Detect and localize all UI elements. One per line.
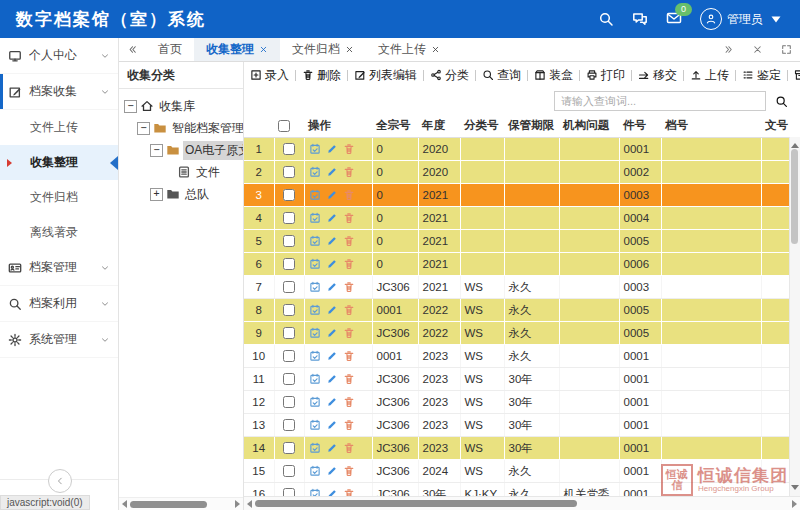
trash-icon[interactable] [343,488,355,496]
tree-node-智能档案管理系统[interactable]: −智能档案管理系统 [121,117,241,139]
pencil-icon[interactable] [326,419,338,431]
pencil-icon[interactable] [326,465,338,477]
pencil-icon[interactable] [326,143,338,155]
trash-icon[interactable] [343,143,355,155]
scroll-right-icon[interactable] [792,500,797,508]
trash-icon[interactable] [343,373,355,385]
scroll-left-icon[interactable] [247,500,252,508]
chat-icon[interactable] [632,11,648,27]
pencil-icon[interactable] [326,212,338,224]
pencil-icon[interactable] [326,350,338,362]
row-checkbox[interactable] [283,258,295,270]
trash-icon[interactable] [343,304,355,316]
calendar-check-icon[interactable] [309,350,321,362]
sidebar-item-系统管理[interactable]: 系统管理 [0,322,118,358]
toolbar-button-列表编辑[interactable]: 列表编辑 [354,67,417,84]
tree-node-OA电子原文在线归档[interactable]: −OA电子原文在线归档 [121,139,241,161]
sidebar-item-档案管理[interactable]: 档案管理 [0,250,118,286]
calendar-check-icon[interactable] [309,143,321,155]
tab-文件归档[interactable]: 文件归档 [280,38,366,61]
pencil-icon[interactable] [326,327,338,339]
close-icon[interactable] [431,45,440,54]
trash-icon[interactable] [343,442,355,454]
row-checkbox[interactable] [283,281,295,293]
sidebar-item-档案利用[interactable]: 档案利用 [0,286,118,322]
select-all-header[interactable] [274,114,304,138]
trash-icon[interactable] [343,350,355,362]
sidebar-subitem-文件上传[interactable]: 文件上传 [0,110,118,145]
maximize-button[interactable] [773,44,800,55]
calendar-check-icon[interactable] [309,258,321,270]
pencil-icon[interactable] [326,373,338,385]
toolbar-button-上传[interactable]: 上传 [690,67,729,84]
minus-toggle-icon[interactable]: − [137,122,150,135]
calendar-check-icon[interactable] [309,189,321,201]
trash-icon[interactable] [343,166,355,178]
tabs-scroll-left-button[interactable] [119,38,146,61]
scroll-up-icon[interactable] [791,143,799,148]
sidebar-collapse-button[interactable] [48,469,72,493]
tree-node-总队[interactable]: +总队 [121,183,241,205]
row-checkbox[interactable] [283,304,295,316]
toolbar-button-打印[interactable]: 打印 [586,67,625,84]
pencil-icon[interactable] [326,442,338,454]
search-input[interactable] [554,91,766,111]
sidebar-subitem-文件归档[interactable]: 文件归档 [0,180,118,215]
trash-icon[interactable] [343,212,355,224]
calendar-check-icon[interactable] [309,442,321,454]
row-checkbox[interactable] [283,442,295,454]
row-checkbox[interactable] [283,373,295,385]
close-icon[interactable] [345,45,354,54]
sidebar-subitem-收集整理[interactable]: 收集整理 [0,145,118,180]
pencil-icon[interactable] [326,235,338,247]
trash-icon[interactable] [343,396,355,408]
row-checkbox[interactable] [283,488,295,496]
scroll-right-icon[interactable] [235,500,240,508]
calendar-check-icon[interactable] [309,327,321,339]
tab-首页[interactable]: 首页 [146,38,194,61]
minus-toggle-icon[interactable]: − [150,144,163,157]
row-checkbox[interactable] [283,327,295,339]
trash-icon[interactable] [343,419,355,431]
mail-button[interactable]: 0 [666,10,682,29]
close-tab-button[interactable] [744,44,771,55]
tree-node-收集库[interactable]: −收集库 [121,95,241,117]
trash-icon[interactable] [343,235,355,247]
pencil-icon[interactable] [326,488,338,496]
calendar-check-icon[interactable] [309,465,321,477]
toolbar-button-归档[interactable]: 归档 [794,67,800,84]
pencil-icon[interactable] [326,396,338,408]
calendar-check-icon[interactable] [309,396,321,408]
tree-node-文件[interactable]: −文件 [121,161,241,183]
user-menu[interactable]: 管理员 [700,8,784,30]
calendar-check-icon[interactable] [309,419,321,431]
trash-icon[interactable] [343,281,355,293]
close-icon[interactable] [259,45,268,54]
row-checkbox[interactable] [283,465,295,477]
trash-icon[interactable] [343,327,355,339]
calendar-check-icon[interactable] [309,212,321,224]
row-checkbox[interactable] [283,419,295,431]
row-checkbox[interactable] [283,212,295,224]
row-checkbox[interactable] [283,143,295,155]
table-horizontal-scrollbar[interactable] [244,496,800,510]
pencil-icon[interactable] [326,189,338,201]
tab-收集整理[interactable]: 收集整理 [194,38,280,61]
calendar-check-icon[interactable] [309,281,321,293]
calendar-check-icon[interactable] [309,166,321,178]
toolbar-button-移交[interactable]: 移交 [638,67,677,84]
sidebar-item-档案收集[interactable]: 档案收集 [0,74,118,110]
toolbar-button-录入[interactable]: 录入 [250,67,289,84]
calendar-check-icon[interactable] [309,373,321,385]
toolbar-button-鉴定[interactable]: 鉴定 [742,67,781,84]
minus-toggle-icon[interactable]: − [124,100,137,113]
pencil-icon[interactable] [326,166,338,178]
toolbar-button-装盒[interactable]: 装盒 [534,67,573,84]
row-checkbox[interactable] [283,235,295,247]
sidebar-subitem-离线著录[interactable]: 离线著录 [0,215,118,250]
plus-toggle-icon[interactable]: + [150,188,163,201]
vscroll-thumb[interactable] [791,149,798,244]
row-checkbox[interactable] [283,189,295,201]
trash-icon[interactable] [343,258,355,270]
row-checkbox[interactable] [283,396,295,408]
